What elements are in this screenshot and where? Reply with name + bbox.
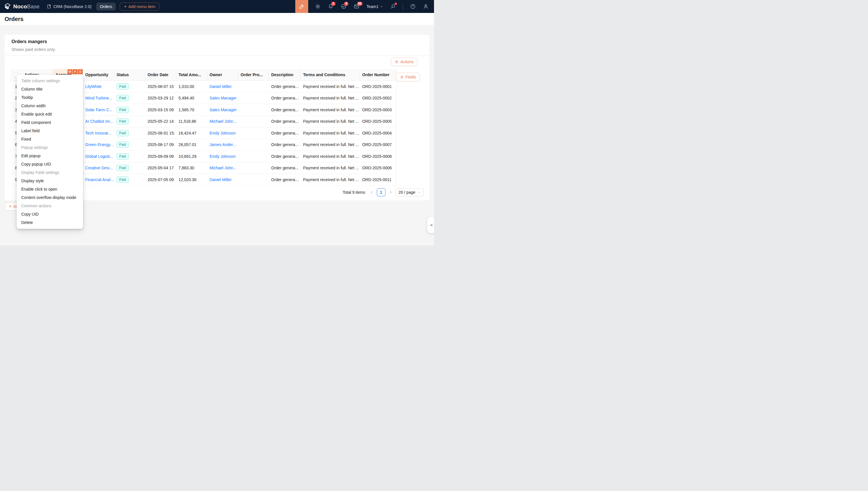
- cell-total-amount: 11,518.86: [176, 116, 207, 127]
- page-header: Orders: [0, 13, 434, 25]
- column-header-owner[interactable]: Owner: [207, 69, 239, 81]
- column-header-description[interactable]: Description: [269, 69, 301, 81]
- column-header-status[interactable]: Status: [114, 69, 145, 81]
- menu-item-copy-popup-uid[interactable]: Copy popup UID: [18, 160, 82, 169]
- cell-description: Order genera...: [269, 81, 301, 92]
- column-header-order_number[interactable]: Order Number: [360, 69, 396, 81]
- sidebar-collapse-button[interactable]: <: [427, 217, 434, 233]
- cell-opportunity-link[interactable]: Tech Innovat...: [83, 127, 114, 139]
- tab-orders[interactable]: Orders: [96, 3, 116, 11]
- help-button[interactable]: [410, 3, 416, 10]
- column-header-terms[interactable]: Terms and Conditions: [301, 69, 360, 81]
- menu-item-display-style[interactable]: Display style: [18, 177, 82, 185]
- chevron-down-icon: [380, 5, 383, 8]
- cell-total-amount: 1,585.70: [176, 104, 207, 116]
- block-title: Orders mangers: [11, 39, 47, 44]
- menu-item-content-overflow-display-mode[interactable]: Content overflow display mode: [18, 194, 82, 202]
- cell-owner-link[interactable]: Michael John...: [207, 163, 239, 174]
- messages-mail-button[interactable]: 98: [353, 3, 360, 10]
- search-button[interactable]: [390, 3, 396, 10]
- user-profile-button[interactable]: [423, 3, 429, 10]
- cell-owner-link[interactable]: Emily Johnson: [207, 151, 239, 162]
- workspace-menu-item[interactable]: CRM (NocoBase 2.0): [46, 4, 92, 9]
- cell-owner-link[interactable]: Michael John...: [207, 116, 239, 127]
- menu-item-label-field[interactable]: Label field: [18, 127, 82, 135]
- cell-terms: Payment received in full. Net ...: [301, 163, 360, 174]
- menu-item-column-title[interactable]: Column title: [18, 85, 82, 93]
- pagination-next-button[interactable]: [388, 190, 393, 195]
- menu-item-tooltip[interactable]: Tooltip: [18, 93, 82, 102]
- cell-opportunity-link[interactable]: Wind Turbine...: [83, 92, 114, 104]
- chevron-left-icon: [369, 190, 374, 195]
- actions-designer-button[interactable]: Actions: [391, 57, 417, 66]
- gear-icon: [400, 75, 404, 79]
- cell-owner-link[interactable]: James Ander...: [207, 139, 239, 151]
- menu-item-edit-popup[interactable]: Edit popup: [18, 152, 82, 160]
- cell-order-number: ORD-2025-0008: [360, 151, 396, 162]
- cell-total-amount: 26,057.01: [176, 139, 207, 151]
- cell-order-progress: [238, 104, 269, 116]
- cell-order-number: ORD-2025-0005: [360, 116, 396, 127]
- cell-description: Order genera...: [269, 151, 301, 162]
- cell-total-amount: 7,883.30: [176, 163, 207, 174]
- cell-status: Paid: [114, 81, 145, 92]
- app-screen: NocoBase CRM (NocoBase 2.0) Orders + Add…: [0, 0, 434, 246]
- cell-order-date: 2025-08-17 09: [145, 139, 176, 151]
- ui-editor-button[interactable]: [295, 0, 308, 13]
- cell-terms: Payment received in full. Net ...: [301, 174, 360, 185]
- page-size-select[interactable]: 20 / page: [396, 188, 424, 196]
- cell-order-progress: [238, 139, 269, 151]
- team-switcher[interactable]: Team1: [367, 4, 383, 9]
- cell-owner-link[interactable]: Daniel Miller: [207, 81, 239, 92]
- notifications-bell-button[interactable]: 3: [328, 3, 334, 10]
- cell-order-progress: [238, 151, 269, 162]
- menu-item-delete[interactable]: Delete: [18, 219, 82, 227]
- cell-opportunity-link[interactable]: Financial Anal...: [83, 174, 114, 185]
- cell-order-number: ORD-2025-0002: [360, 92, 396, 104]
- column-settings-button[interactable]: [78, 69, 83, 74]
- drag-column-handle[interactable]: [67, 69, 72, 74]
- nocobase-logo[interactable]: NocoBase: [0, 3, 42, 10]
- add-menu-item-button[interactable]: + Add menu item: [120, 3, 159, 11]
- menu-item-field-component[interactable]: Field component: [18, 118, 82, 127]
- cell-owner-link[interactable]: Daniel Miller: [207, 174, 239, 185]
- pagination-prev-button[interactable]: [369, 190, 374, 195]
- quick-config-button[interactable]: [73, 69, 78, 74]
- cell-opportunity-link[interactable]: Solar Farm C...: [83, 104, 114, 116]
- cell-opportunity-link[interactable]: Creative Desi...: [83, 163, 114, 174]
- status-badge: Paid: [117, 107, 129, 113]
- menu-item-column-width[interactable]: Column width: [18, 102, 82, 110]
- menu-lines-icon: [79, 70, 82, 74]
- todo-clock-button[interactable]: 9: [341, 3, 347, 10]
- cell-status: Paid: [114, 127, 145, 139]
- cell-status: Paid: [114, 116, 145, 127]
- column-header-opportunity[interactable]: Opportunity: [83, 69, 114, 81]
- column-header-total_amount[interactable]: Total Amo...: [176, 69, 207, 81]
- cell-order-date: 2025-05-04 17: [145, 163, 176, 174]
- brand-bold: Noco: [13, 3, 27, 9]
- settings-gear-button[interactable]: [315, 3, 321, 10]
- column-settings-menu: Table column settingsColumn titleTooltip…: [17, 75, 83, 229]
- pagination-page-1[interactable]: 1: [377, 188, 385, 196]
- cell-owner-link[interactable]: Sales Manager: [207, 104, 239, 116]
- menu-item-fixed[interactable]: Fixed: [18, 135, 82, 143]
- menu-item-copy-uid[interactable]: Copy UID: [18, 210, 82, 219]
- topbar-divider: [403, 4, 403, 9]
- cell-opportunity-link[interactable]: LilyWhite: [83, 81, 114, 92]
- column-header-order_progress[interactable]: Order Pro...: [238, 69, 269, 81]
- menu-item-enable-quick-edit[interactable]: Enable quick edit: [18, 110, 82, 118]
- cell-owner-link[interactable]: Sales Manager: [207, 92, 239, 104]
- cell-total-amount: 5,494.40: [176, 92, 207, 104]
- status-badge: Paid: [117, 176, 129, 183]
- menu-item-enable-click-to-open[interactable]: Enable click to open: [18, 185, 82, 194]
- status-badge: Paid: [117, 118, 129, 124]
- menu-group-label: Popup settings: [18, 143, 82, 152]
- cell-opportunity-link[interactable]: AI Chatbot Im...: [83, 116, 114, 127]
- cell-opportunity-link[interactable]: Green Energy...: [83, 139, 114, 151]
- fields-designer-button[interactable]: Fields: [396, 73, 420, 81]
- column-header-order_date[interactable]: Order Date: [145, 69, 176, 81]
- cell-owner-link[interactable]: Emily Johnson: [207, 127, 239, 139]
- cell-status: Paid: [114, 151, 145, 162]
- cell-order-number: ORD-2025-0003: [360, 104, 396, 116]
- cell-opportunity-link[interactable]: Global Logisti...: [83, 151, 114, 162]
